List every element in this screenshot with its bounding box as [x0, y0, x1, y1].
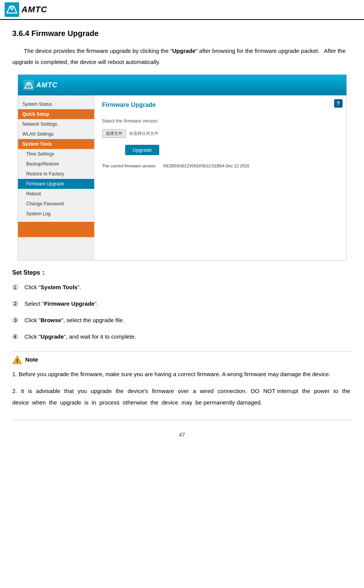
note-header: ! Note: [12, 355, 352, 365]
page-header: AMTC: [0, 0, 364, 20]
logo-text: AMTC: [21, 5, 47, 15]
step-3-num: ③: [12, 315, 21, 326]
router-body: System Status Quick Setup Network Settin…: [18, 95, 346, 260]
steps-title: Set Steps：: [12, 269, 352, 277]
router-main-panel: ? Firmware Upgrade Select the firmware v…: [95, 95, 346, 260]
firmware-version-value: RE300XH012V001R001C01B64-Dec 22 2015: [163, 164, 250, 168]
step-2: ② Select "Firmware Upgrade".: [12, 299, 352, 310]
sidebar-item-quick-setup[interactable]: Quick Setup: [18, 109, 94, 119]
router-header: AMTC: [18, 75, 346, 95]
main-content: 3.6.4 Firmware Upgrade The device provid…: [0, 20, 364, 450]
step-3: ③ Click "Browse", select the upgrade fil…: [12, 315, 352, 326]
svg-point-5: [28, 82, 29, 84]
sidebar-item-network-settings[interactable]: Network Settings: [18, 119, 94, 129]
upgrade-button[interactable]: Upgrade: [125, 145, 160, 155]
step-4-text: Click "Upgrade", and wait for it to comp…: [24, 332, 352, 342]
note-section: ! Note 1. Before you upgrade the firmwar…: [12, 351, 352, 408]
logo: AMTC: [5, 2, 47, 17]
sidebar-item-change-password[interactable]: Change Password: [18, 199, 94, 209]
page-number: 47: [12, 432, 352, 438]
note-title: Note: [25, 356, 38, 363]
sidebar-item-wlan-settings[interactable]: WLAN Settings: [18, 129, 94, 139]
sidebar-item-system-tools[interactable]: System Tools: [18, 139, 94, 149]
svg-point-2: [11, 5, 13, 7]
amtc-logo-icon: [5, 2, 19, 17]
sidebar-item-backup-restore[interactable]: Backup/Restore: [18, 159, 94, 169]
step-4-num: ④: [12, 332, 21, 343]
select-firmware-label: Select the firmware version:: [102, 118, 339, 124]
sidebar-item-system-status[interactable]: System Status: [18, 99, 94, 109]
step-4: ④ Click "Upgrade", and wait for it to co…: [12, 332, 352, 343]
sidebar-item-firmware-upgrade[interactable]: Firmware Upgrade: [18, 179, 94, 189]
note-text-2: 2. It is advisable that you upgrade the …: [12, 385, 352, 408]
step-2-num: ②: [12, 299, 21, 310]
firmware-version-label: The current firmware version: [102, 164, 156, 168]
intro-paragraph-1: The device provides the firmware upgrade…: [12, 46, 352, 67]
warning-icon: !: [12, 355, 22, 365]
sidebar-item-restore-factory[interactable]: Restore to Factory: [18, 169, 94, 179]
router-logo-text: AMTC: [36, 81, 58, 89]
svg-text:!: !: [16, 358, 18, 364]
no-file-label: 未选择任何文件: [129, 131, 158, 136]
file-input-row: 选择文件 未选择任何文件: [102, 129, 339, 138]
router-logo-icon: [23, 80, 34, 90]
step-3-text: Click "Browse", select the upgrade file.: [24, 315, 352, 325]
router-sidebar: System Status Quick Setup Network Settin…: [18, 95, 95, 260]
note-text-1: 1. Before you upgrade the firmware, make…: [12, 369, 352, 380]
step-1-num: ①: [12, 282, 21, 293]
router-logo: AMTC: [23, 80, 58, 90]
steps-section: Set Steps： ① Click "System Tools". ② Sel…: [12, 269, 352, 343]
sidebar-item-time-settings[interactable]: Time Settings: [18, 149, 94, 159]
sidebar-item-system-log[interactable]: System Log: [18, 209, 94, 219]
step-1-text: Click "System Tools".: [24, 282, 352, 292]
choose-file-button[interactable]: 选择文件: [102, 129, 126, 138]
sidebar-item-reboot[interactable]: Reboot: [18, 189, 94, 199]
step-1: ① Click "System Tools".: [12, 282, 352, 293]
step-2-text: Select "Firmware Upgrade".: [24, 299, 352, 309]
firmware-info-row: The current firmware version RE300XH012V…: [102, 164, 339, 168]
sidebar-bottom-bar: [18, 222, 94, 237]
section-title: 3.6.4 Firmware Upgrade: [12, 29, 352, 38]
help-icon[interactable]: ?: [334, 99, 343, 108]
bottom-divider: [12, 420, 352, 420]
panel-title: Firmware Upgrade: [102, 102, 339, 111]
router-ui-screenshot: AMTC System Status Quick Setup Network S…: [18, 74, 347, 260]
